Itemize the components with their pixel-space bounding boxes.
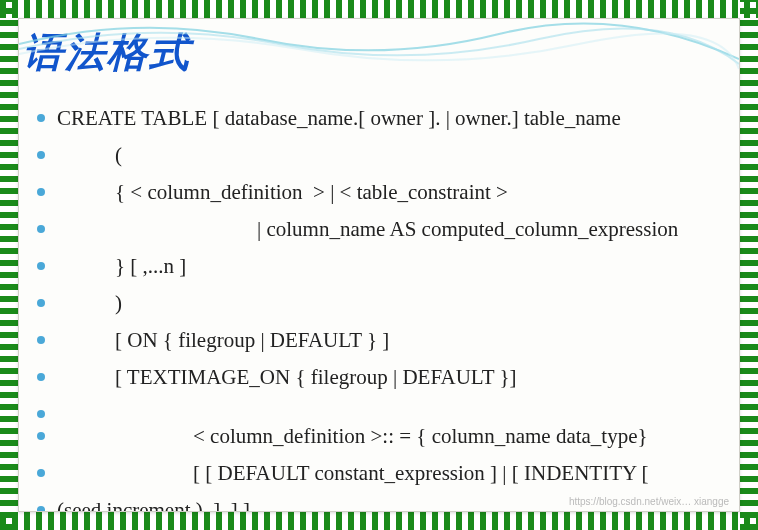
syntax-text: } [ ,...n ] xyxy=(57,248,731,285)
syntax-text: ) xyxy=(57,285,731,322)
syntax-line: < column_definition >:: = { column_name … xyxy=(37,418,731,455)
syntax-line: CREATE TABLE [ database_name.[ owner ]. … xyxy=(37,100,731,137)
bullet-icon xyxy=(37,225,45,233)
syntax-line: } [ ,...n ] xyxy=(37,248,731,285)
syntax-text: [ [ DEFAULT constant_expression ] | [ IN… xyxy=(57,455,731,492)
bullet-icon xyxy=(37,410,45,418)
bullet-icon xyxy=(37,373,45,381)
syntax-text: | column_name AS computed_column_express… xyxy=(57,211,731,248)
watermark: https://blog.csdn.net/weix… xiangge xyxy=(569,496,729,507)
syntax-line: [ TEXTIMAGE_ON { filegroup | DEFAULT }] xyxy=(37,359,731,396)
bullet-icon xyxy=(37,299,45,307)
bullet-icon xyxy=(37,432,45,440)
syntax-line: [ [ DEFAULT constant_expression ] | [ IN… xyxy=(37,455,731,492)
content-area: CREATE TABLE [ database_name.[ owner ]. … xyxy=(19,80,739,512)
syntax-line: | column_name AS computed_column_express… xyxy=(37,211,731,248)
syntax-line: { < column_definition > | < table_constr… xyxy=(37,174,731,211)
bullet-icon xyxy=(37,469,45,477)
bullet-icon xyxy=(37,262,45,270)
syntax-line xyxy=(37,396,731,418)
bullet-icon xyxy=(37,336,45,344)
slide-container: 语法格式 CREATE TABLE [ database_name.[ owne… xyxy=(18,18,740,512)
syntax-line: ( xyxy=(37,137,731,174)
bullet-icon xyxy=(37,114,45,122)
bullet-icon xyxy=(37,188,45,196)
syntax-line: ) xyxy=(37,285,731,322)
syntax-text: CREATE TABLE [ database_name.[ owner ]. … xyxy=(57,100,731,137)
syntax-text: [ TEXTIMAGE_ON { filegroup | DEFAULT }] xyxy=(57,359,731,396)
bullet-icon xyxy=(37,506,45,512)
syntax-text: { < column_definition > | < table_constr… xyxy=(57,174,731,211)
syntax-line: [ ON { filegroup | DEFAULT } ] xyxy=(37,322,731,359)
bullet-icon xyxy=(37,151,45,159)
syntax-list: CREATE TABLE [ database_name.[ owner ]. … xyxy=(37,100,731,512)
syntax-text: ( xyxy=(57,137,731,174)
syntax-text: [ ON { filegroup | DEFAULT } ] xyxy=(57,322,731,359)
slide-title: 语法格式 xyxy=(19,19,739,80)
syntax-text: < column_definition >:: = { column_name … xyxy=(57,418,731,455)
